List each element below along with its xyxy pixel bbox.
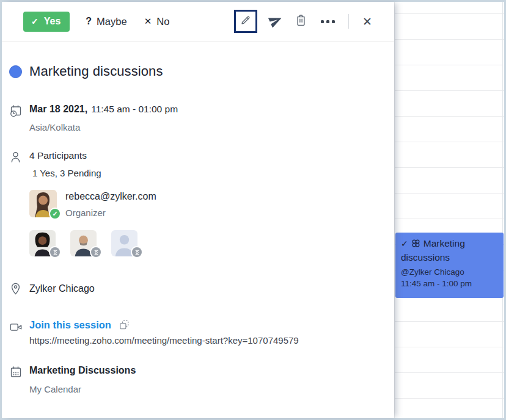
event-title: Marketing discussions	[29, 63, 376, 79]
video-camera-icon	[9, 321, 23, 346]
event-location: Zylker Chicago	[29, 283, 376, 294]
copy-link-icon[interactable]	[119, 319, 130, 331]
event-time: 11:45 am - 01:00 pm	[91, 104, 178, 114]
delete-event-button[interactable]	[295, 13, 307, 29]
organizer-role-label: Organizer	[65, 208, 156, 218]
toolbar-divider	[348, 14, 349, 29]
participants-section: 4 Participants 1 Yes, 3 Pending	[2, 150, 376, 256]
screenshot-root: ✓Marketing discussions @Zylker Chicago 1…	[0, 0, 506, 420]
rsvp-maybe-button[interactable]: ? Maybe	[86, 16, 127, 27]
join-session-link[interactable]: Join this session	[29, 319, 111, 331]
x-mark-icon: ✕	[144, 16, 152, 27]
location-pin-icon	[9, 282, 22, 296]
rsvp-no-button[interactable]: ✕ No	[144, 16, 170, 27]
calendar-event-block[interactable]: ✓Marketing discussions @Zylker Chicago 1…	[395, 233, 504, 298]
datetime-section: Mar 18 2021,11:45 am - 01:00 pm Asia/Kol…	[2, 104, 376, 132]
calendar-event-location: @Zylker Chicago	[401, 267, 498, 278]
toolbar-icon-group: ✕	[234, 10, 372, 33]
calendar-event-time: 11:45 am - 1:00 pm	[401, 278, 498, 290]
popup-body: Marketing discussions	[2, 63, 394, 394]
event-timezone: Asia/Kolkata	[29, 122, 376, 132]
calendar-color-dot	[9, 65, 22, 78]
participants-count: 4 Participants	[29, 150, 376, 161]
participant-avatar-placeholder[interactable]	[111, 230, 138, 256]
organizer-email: rebecca@zylker.com	[65, 191, 156, 202]
edit-button[interactable]	[234, 10, 257, 33]
rsvp-yes-button[interactable]: ✓ Yes	[23, 12, 70, 32]
close-popup-button[interactable]: ✕	[362, 16, 372, 27]
trash-icon	[295, 13, 307, 29]
app-canvas: ✓Marketing discussions @Zylker Chicago 1…	[2, 2, 504, 418]
event-date: Mar 18 2021,	[29, 104, 87, 114]
meeting-url: https://meeting.zoho.com/meeting/meeting…	[29, 335, 376, 346]
join-session-section: Join this session https://meeting.zoho.c…	[2, 319, 376, 346]
organizer-info: rebecca@zylker.com Organizer	[65, 190, 156, 218]
pending-participants-row	[29, 230, 376, 256]
calendar-name: My Calendar	[29, 384, 376, 394]
more-options-button[interactable]	[321, 20, 335, 23]
rsvp-summary: 1 Yes, 3 Pending	[32, 168, 376, 178]
participant-avatar[interactable]	[29, 230, 56, 256]
pending-status-badge	[90, 246, 102, 258]
location-section: Zylker Chicago	[2, 281, 376, 296]
question-mark-icon: ?	[86, 16, 92, 27]
pending-status-badge	[131, 246, 143, 258]
participant-avatar[interactable]	[70, 230, 97, 256]
organizer-avatar[interactable]: ✓	[29, 190, 57, 217]
close-icon: ✕	[362, 16, 372, 27]
accepted-check-icon: ✓	[401, 239, 408, 248]
person-icon	[9, 151, 22, 256]
organizer-row: ✓ rebecca@zylker.com Organizer	[29, 190, 376, 218]
meeting-session-icon	[411, 238, 420, 251]
calendar-section: Marketing Discussions My Calendar	[2, 365, 376, 394]
calendar-event-name: Marketing Discussions	[29, 365, 376, 376]
calendar-clock-icon	[9, 104, 23, 132]
check-icon: ✓	[31, 16, 38, 26]
event-detail-popup: ✓ Yes ? Maybe ✕ No	[2, 2, 394, 418]
pencil-icon	[240, 14, 252, 29]
send-invitation-button[interactable]	[268, 13, 284, 31]
pending-status-badge	[49, 246, 61, 258]
event-title-row: Marketing discussions	[2, 63, 376, 79]
calendar-icon	[9, 366, 23, 394]
paper-plane-icon	[268, 13, 284, 31]
popup-toolbar: ✓ Yes ? Maybe ✕ No	[2, 2, 394, 42]
calendar-grid-background	[394, 2, 504, 418]
ellipsis-icon	[321, 20, 335, 23]
accepted-status-badge: ✓	[49, 208, 61, 220]
calendar-event-title: ✓Marketing discussions	[401, 237, 498, 264]
